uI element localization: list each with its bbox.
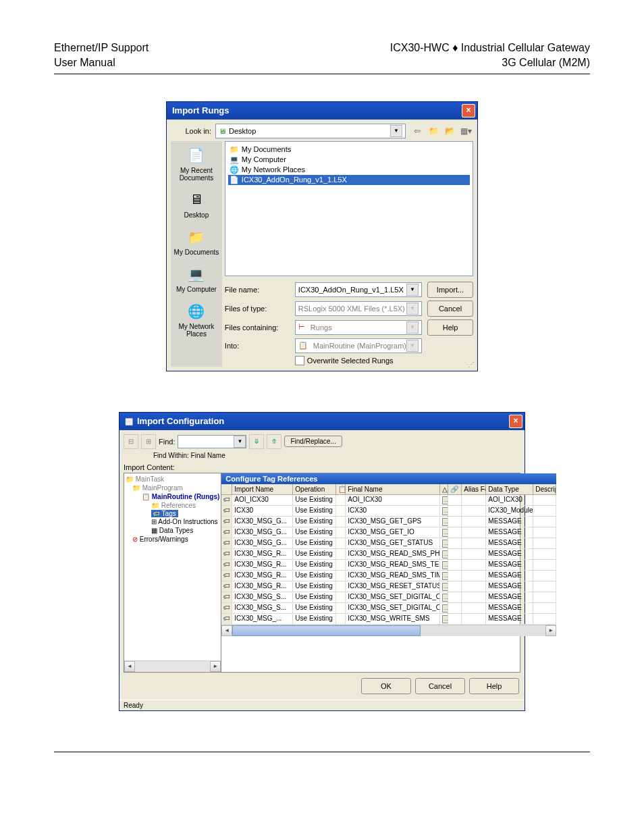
cell-elipsis[interactable]: … [440, 592, 448, 602]
file-item-selected[interactable]: 📄ICX30_AddOn_Rung_v1_1.L5X [228, 175, 470, 185]
files-of-type-select[interactable]: RSLogix 5000 XML Files (*.L5X) ▼ [295, 301, 422, 316]
table-row[interactable]: 🏷ICX30_MSG_S...Use ExistingICX30_MSG_SET… [221, 592, 556, 603]
cell-elipsis[interactable]: … [440, 495, 448, 505]
types-dropdown-icon[interactable]: ▼ [406, 303, 419, 315]
table-row[interactable]: 🏷ICX30_MSG_R...Use ExistingICX30_MSG_REA… [221, 571, 556, 581]
file-name-input[interactable]: ICX30_AddOn_Rung_v1_1.L5X ▼ [295, 282, 422, 297]
cell-operation[interactable]: Use Existing [293, 592, 336, 602]
cell-operation[interactable]: Use Existing [293, 603, 336, 613]
places-desktop[interactable]: 🖥 Desktop [184, 190, 209, 219]
find-prev-icon[interactable]: ⤊ [267, 434, 281, 449]
views-icon[interactable]: ▦▾ [458, 124, 473, 138]
tree-horizontal-scrollbar[interactable]: ◄ ► [124, 660, 221, 672]
col-data-type[interactable]: Data Type [486, 484, 533, 494]
table-row[interactable]: 🏷ICX30_MSG_S...Use ExistingICX30_MSG_SET… [221, 603, 556, 614]
cell-operation[interactable]: Use Existing [293, 506, 336, 516]
table-row[interactable]: 🏷ICX30_MSG_G...Use ExistingICX30_MSG_GET… [221, 517, 556, 527]
tree-references[interactable]: 📁 References [151, 501, 219, 510]
scroll-left-icon[interactable]: ◄ [124, 661, 135, 672]
up-folder-icon[interactable]: 📁 [426, 124, 441, 138]
close-button-ic[interactable]: × [509, 415, 522, 428]
col-alias-for[interactable]: Alias For [462, 484, 486, 494]
tree-errors[interactable]: ⊘ Errors/Warnings [132, 535, 219, 544]
table-row[interactable]: 🏷ICX30_MSG_R...Use ExistingICX30_MSG_RES… [221, 581, 556, 592]
file-item-mynetwork[interactable]: 🌐My Network Places [228, 165, 470, 175]
cell-elipsis[interactable]: … [440, 581, 448, 592]
new-folder-icon[interactable]: 📂 [442, 124, 457, 138]
cell-operation[interactable]: Use Existing [293, 517, 336, 527]
cell-final-name[interactable]: ICX30_MSG_READ_SMS_TIME [346, 571, 440, 581]
help-button[interactable]: Help [427, 319, 473, 336]
table-row[interactable]: 🏷ICX30_MSG_R...Use ExistingICX30_MSG_REA… [221, 560, 556, 571]
table-row[interactable]: 🏷ICX30_MSG_R...Use ExistingICX30_MSG_REA… [221, 549, 556, 560]
cell-operation[interactable]: Use Existing [293, 538, 336, 548]
cell-elipsis[interactable]: … [440, 614, 448, 624]
tree-tags[interactable]: 🏷 Tags [151, 510, 178, 517]
table-scroll-right-icon[interactable]: ► [545, 625, 556, 636]
cancel-button[interactable]: Cancel [427, 301, 473, 317]
table-row[interactable]: 🏷AOI_ICX30Use ExistingAOI_ICX30…AOI_ICX3… [221, 495, 556, 506]
chevron-down-icon[interactable]: ▼ [390, 125, 402, 137]
cell-operation[interactable]: Use Existing [293, 560, 336, 570]
import-button[interactable]: Import... [427, 282, 473, 298]
file-item-mycomputer[interactable]: 💻My Computer [228, 155, 470, 165]
cell-final-name[interactable]: ICX30_MSG_WRITE_SMS [346, 614, 440, 624]
find-next-icon[interactable]: ⤋ [249, 434, 264, 449]
cell-elipsis[interactable]: … [440, 538, 448, 548]
file-name-dropdown-icon[interactable]: ▼ [406, 284, 419, 296]
ic-tree[interactable]: 📁 MainTask 📁 MainProgram 📋 MainRoutine (… [124, 473, 221, 672]
places-computer[interactable]: 💻 My Computer [176, 264, 217, 293]
expand-tree-icon[interactable]: ⊞ [141, 434, 156, 449]
tree-datatypes[interactable]: ▦ Data Types [151, 526, 219, 535]
table-horizontal-scrollbar[interactable]: ◄ ► [221, 625, 556, 636]
help-button-ic[interactable]: Help [469, 678, 519, 694]
cell-final-name[interactable]: ICX30_MSG_RESET_STATUS [346, 581, 440, 592]
find-replace-button[interactable]: Find/Replace... [284, 436, 342, 447]
tree-mainroutine[interactable]: 📋 MainRoutine (Rungs) [142, 492, 219, 501]
cell-operation[interactable]: Use Existing [293, 571, 336, 581]
cell-final-name[interactable]: ICX30_MSG_SET_DIGITAL_OUT_2 [346, 603, 440, 613]
cell-operation[interactable]: Use Existing [293, 527, 336, 538]
col-sort[interactable]: △ [440, 484, 448, 494]
cell-operation[interactable]: Use Existing [293, 549, 336, 559]
scroll-right-icon[interactable]: ► [210, 661, 221, 672]
find-input[interactable]: ▼ [178, 435, 246, 448]
table-row[interactable]: 🏷ICX30Use ExistingICX30…ICX30_ModuleDef [221, 506, 556, 517]
table-scroll-left-icon[interactable]: ◄ [221, 625, 232, 636]
tree-mainprogram[interactable]: 📁 MainProgram [132, 484, 219, 492]
ok-button[interactable]: OK [361, 678, 411, 694]
cell-elipsis[interactable]: … [440, 571, 448, 581]
close-button[interactable]: × [462, 104, 475, 118]
cell-operation[interactable]: Use Existing [293, 614, 336, 624]
cell-final-name[interactable]: ICX30 [346, 506, 440, 516]
col-descrip[interactable]: Descrip [533, 484, 556, 494]
table-row[interactable]: 🏷ICX30_MSG_...Use ExistingICX30_MSG_WRIT… [221, 614, 556, 625]
cell-elipsis[interactable]: … [440, 549, 448, 559]
col-final-name[interactable]: Final Name [346, 484, 440, 494]
cell-final-name[interactable]: AOI_ICX30 [346, 495, 440, 505]
cell-final-name[interactable]: ICX30_MSG_GET_IO [346, 527, 440, 538]
cell-final-name[interactable]: ICX30_MSG_READ_SMS_PHONE [346, 549, 440, 559]
tree-maintask[interactable]: 📁 MainTask [126, 475, 219, 484]
places-documents[interactable]: 📁 My Documents [174, 227, 219, 256]
file-item-mydocuments[interactable]: 📁My Documents [228, 145, 470, 155]
cell-final-name[interactable]: ICX30_MSG_GET_STATUS [346, 538, 440, 548]
cell-final-name[interactable]: ICX30_MSG_GET_GPS [346, 517, 440, 527]
cell-operation[interactable]: Use Existing [293, 581, 336, 592]
find-dropdown-icon[interactable]: ▼ [234, 436, 246, 448]
collapse-tree-icon[interactable]: ⊟ [124, 434, 138, 449]
look-in-select[interactable]: 🖥 Desktop ▼ [215, 124, 406, 138]
col-import-name[interactable]: Import Name [232, 484, 293, 494]
table-row[interactable]: 🏷ICX30_MSG_G...Use ExistingICX30_MSG_GET… [221, 527, 556, 538]
cell-operation[interactable]: Use Existing [293, 495, 336, 505]
resize-grip-icon[interactable]: ⋰ [225, 363, 473, 367]
tree-addon[interactable]: ⊞ Add-On Instructions [151, 517, 219, 526]
cell-final-name[interactable]: ICX30_MSG_SET_DIGITAL_OUT_1 [346, 592, 440, 602]
cell-elipsis[interactable]: … [440, 527, 448, 538]
file-list[interactable]: 📁My Documents 💻My Computer 🌐My Network P… [225, 141, 473, 276]
cell-elipsis[interactable]: … [440, 517, 448, 527]
table-row[interactable]: 🏷ICX30_MSG_G...Use ExistingICX30_MSG_GET… [221, 538, 556, 549]
cell-final-name[interactable]: ICX30_MSG_READ_SMS_TEXT [346, 560, 440, 570]
cancel-button-ic[interactable]: Cancel [415, 678, 465, 694]
cell-elipsis[interactable]: … [440, 603, 448, 613]
